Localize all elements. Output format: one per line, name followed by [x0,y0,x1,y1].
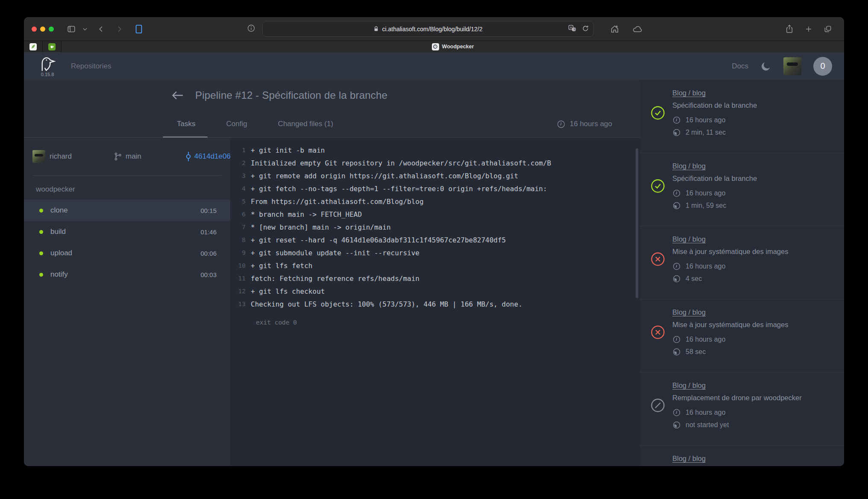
log-line: 1+ git init -b main [230,144,640,156]
pinned-tab-feather[interactable] [24,41,43,52]
step-name: upload [50,249,72,257]
repo-link[interactable]: Blog / blog [672,89,706,97]
builds-sidebar: Blog / blog Spécification de la branche … [640,80,844,466]
commit-message: Mise à jour systématique des images [672,320,788,329]
build-list-item[interactable]: Blog / blog Remplacement de drone par wo… [640,372,844,446]
svg-text:文: 文 [573,28,576,31]
clock-icon [557,120,566,129]
home-icon[interactable] [610,24,619,34]
close-button[interactable] [32,27,37,32]
line-text: + git init -b main [251,146,325,154]
commit-meta-row: richard main 4614 [24,138,230,175]
svg-text:A: A [570,26,572,30]
line-number: 7 [230,224,251,230]
line-text: + git fetch --no-tags --depth=1 --filter… [251,185,547,193]
clock-icon [672,116,681,124]
dark-mode-toggle-icon[interactable] [760,61,771,72]
build-list-item[interactable]: Blog / blog Spécification de la branche … [640,153,844,226]
tab-changed-files[interactable]: Changed files (1) [278,120,333,128]
clock-icon [672,262,681,271]
line-number: 11 [230,275,251,282]
repo-link[interactable]: Blog / blog [672,454,706,463]
build-list-item[interactable]: Blog / blog Remplacement de drone par wo… [640,446,844,466]
maximize-button[interactable] [49,27,54,32]
step-notify[interactable]: notify 00:03 [24,264,230,285]
line-number: 13 [230,301,251,307]
back-arrow-icon[interactable] [171,90,184,101]
reload-icon[interactable] [582,25,589,33]
duration-icon [672,201,681,210]
sidebar-toggle-icon[interactable] [67,24,76,34]
log-line: 4+ git fetch --no-tags --depth=1 --filte… [230,182,640,195]
line-number: 10 [230,262,251,269]
minimize-button[interactable] [40,27,45,32]
build-duration: 4 sec [686,274,702,284]
repo-link[interactable]: Blog / blog [672,162,706,170]
chevron-down-icon[interactable] [82,26,88,32]
log-line: 7* [new branch] main -> origin/main [230,221,640,233]
tab-tasks[interactable]: Tasks [177,120,195,128]
build-list-item[interactable]: Blog / blog Spécification de la branche … [640,80,844,153]
address-bar-group: ci.athaliasoft.com/Blog/blog/build/12/2 … [247,21,594,37]
status-dot-icon [39,273,43,277]
tab-config[interactable]: Config [226,120,247,128]
pipeline-tabs: Tasks Config Changed files (1) 16 hours … [24,111,640,138]
pinned-tab-gitea[interactable] [43,41,62,52]
tab-overview-icon[interactable] [824,24,832,34]
log-line: 8+ git reset --hard -q 4614d1e06a3dabf31… [230,233,640,246]
woodpecker-logo[interactable]: 0.15.8 [38,56,56,77]
pipeline-age-text: 16 hours ago [570,120,612,128]
user-avatar[interactable] [783,57,801,75]
reader-document-icon[interactable] [134,24,144,34]
line-text: fetch: Fetching reference refs/heads/mai… [251,275,419,283]
window-controls [32,27,54,32]
docs-link[interactable]: Docs [732,62,748,71]
info-icon[interactable] [247,24,255,34]
line-text: + git lfs checkout [251,287,325,295]
line-text: From https://git.athaliasoft.com/Blog/bl… [251,198,424,206]
repo-link[interactable]: Blog / blog [672,308,706,316]
commit-icon [185,151,192,162]
url-text: ci.athaliasoft.com/Blog/blog/build/12/2 [382,26,482,32]
address-bar[interactable]: ci.athaliasoft.com/Blog/blog/build/12/2 … [262,21,594,37]
line-number: 5 [230,198,251,205]
line-number: 1 [230,147,251,154]
pipeline-titlebar: Pipeline #12 - Spécification de la branc… [24,80,640,111]
log-panel[interactable]: 1+ git init -b main 2Initialized empty G… [230,138,640,466]
back-icon[interactable] [97,25,105,33]
tab-woodpecker[interactable]: Woodpecker [62,41,844,52]
address-bar-actions: A文 [568,21,589,36]
step-clone[interactable]: clone 00:15 [24,200,230,221]
nav-repositories[interactable]: Repositories [71,62,111,71]
forward-icon[interactable] [115,25,123,33]
repo-link[interactable]: Blog / blog [672,235,706,243]
active-tab-underline [163,136,208,138]
repo-link[interactable]: Blog / blog [672,381,706,390]
line-number: 2 [230,159,251,166]
cloud-icon[interactable] [632,24,643,34]
new-tab-icon[interactable] [805,24,812,34]
line-text: * [new branch] main -> origin/main [251,223,391,231]
translate-icon[interactable]: A文 [568,24,577,33]
app-version: 0.15.8 [41,72,54,77]
notification-badge[interactable]: 0 [813,57,832,76]
app-body: Pipeline #12 - Spécification de la branc… [24,80,844,466]
scrollbar-thumb[interactable] [636,148,638,298]
commit-hash[interactable]: 4614d1e06a [194,152,235,161]
line-number: 3 [230,172,251,179]
share-icon[interactable] [785,24,794,34]
build-list-item[interactable]: Blog / blog Mise à jour systématique des… [640,226,844,299]
branch-name[interactable]: main [126,152,141,161]
tab-title: Woodpecker [442,44,474,50]
log-line: 3+ git remote add origin https://git.ath… [230,169,640,182]
pipeline-title: Pipeline #12 - Spécification de la branc… [195,89,387,101]
browser-window: ci.athaliasoft.com/Blog/blog/build/12/2 … [24,17,844,466]
commit-group: 4614d1e06a [185,151,235,162]
toolbar-left-icons [67,24,144,34]
build-list-item[interactable]: Blog / blog Mise à jour systématique des… [640,299,844,372]
step-build[interactable]: build 01:46 [24,221,230,242]
branch-group: main [114,152,141,161]
browser-toolbar: ci.athaliasoft.com/Blog/blog/build/12/2 … [24,17,844,41]
toolbar-right-icons [785,24,832,34]
step-upload[interactable]: upload 00:06 [24,242,230,264]
